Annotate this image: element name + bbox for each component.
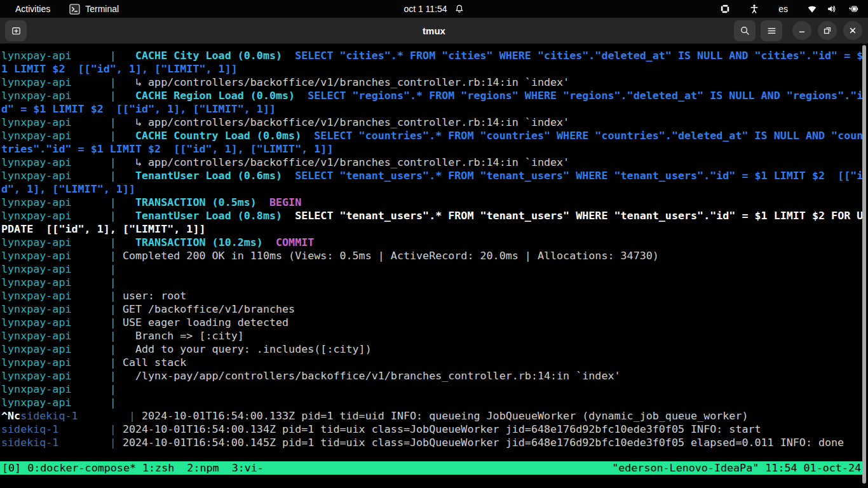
terminal-row: ^Ncsidekiq-1 | 2024-10-01T16:54:00.133Z … bbox=[1, 409, 863, 423]
restore-icon bbox=[822, 25, 832, 36]
terminal-row: d", 1], ["LIMIT", 1]] bbox=[1, 182, 863, 196]
wifi-icon[interactable] bbox=[807, 4, 817, 13]
close-icon bbox=[848, 25, 858, 36]
new-tab-icon bbox=[11, 25, 22, 36]
activities-button[interactable]: Activities bbox=[15, 4, 50, 14]
terminal-row: lynxpay-api | ↳ app/controllers/backoffi… bbox=[1, 116, 863, 129]
search-icon bbox=[740, 25, 750, 36]
terminal-output: lynxpay-api | CACHE City Load (0.0ms) SE… bbox=[1, 49, 863, 449]
terminal-app-icon bbox=[69, 4, 80, 15]
terminal-row: lynxpay-api | bbox=[1, 396, 863, 409]
new-tab-button[interactable] bbox=[5, 20, 27, 41]
terminal-row: lynxpay-api | TRANSACTION (0.5ms) BEGIN bbox=[1, 196, 863, 209]
terminal-row: lynxpay-api | Branch => [:city] bbox=[1, 329, 863, 342]
menu-button[interactable] bbox=[761, 20, 782, 41]
close-button[interactable] bbox=[843, 21, 862, 40]
terminal-row: lynxpay-api | TenantUser Load (0.8ms) SE… bbox=[1, 209, 863, 222]
terminal-row: lynxpay-api | CACHE City Load (0.0ms) SE… bbox=[1, 49, 863, 62]
terminal-row: lynxpay-api | GET /backoffice/v1/branche… bbox=[1, 302, 863, 316]
terminal-row: lynxpay-api | Call stack bbox=[1, 356, 863, 369]
terminal-row: lynxpay-api | TRANSACTION (10.2ms) COMMI… bbox=[1, 236, 863, 249]
battery-charging-icon[interactable] bbox=[846, 4, 859, 14]
terminal-row: sidekiq-1 | 2024-10-01T16:54:00.145Z pid… bbox=[1, 436, 863, 449]
app-menu-label: Terminal bbox=[85, 4, 119, 14]
terminal-row: lynxpay-api | USE eager loading detected bbox=[1, 316, 863, 329]
tmux-status-bar: [0] 0:docker-compose* 1:zsh 2:npm 3:vi- … bbox=[0, 461, 863, 475]
terminal-row: lynxpay-api | CACHE Country Load (0.0ms)… bbox=[1, 129, 863, 142]
terminal-row: lynxpay-api | bbox=[1, 383, 863, 396]
tmux-window-list: [0] 0:docker-compose* 1:zsh 2:npm 3:vi- bbox=[2, 461, 264, 475]
maximize-button[interactable] bbox=[818, 21, 837, 40]
hamburger-menu-icon bbox=[766, 25, 777, 36]
terminal-row: sidekiq-1 | 2024-10-01T16:54:00.134Z pid… bbox=[1, 423, 863, 436]
terminal-row: tries"."id" = $1 LIMIT $2 [["id", 1], ["… bbox=[1, 142, 863, 156]
bell-icon bbox=[455, 4, 465, 14]
terminal-row: lynxpay-api | TenantUser Load (0.6ms) SE… bbox=[1, 169, 863, 182]
minimize-icon bbox=[797, 25, 807, 36]
clock-label: oct 1 11:54 bbox=[403, 4, 447, 14]
gnome-top-bar: Activities Terminal oct 1 11:54 bbox=[0, 0, 868, 18]
terminal-row: lynxpay-api | Completed 200 OK in 110ms … bbox=[1, 249, 863, 262]
accessibility-icon[interactable] bbox=[749, 4, 759, 14]
search-button[interactable] bbox=[734, 20, 756, 41]
terminal-row: lynxpay-api | Add to your query: .includ… bbox=[1, 342, 863, 356]
window-titlebar: tmux bbox=[0, 18, 868, 44]
minimize-button[interactable] bbox=[792, 21, 811, 40]
terminal-row: d" = $1 LIMIT $2 [["id", 1], ["LIMIT", 1… bbox=[1, 102, 863, 116]
clock-menu[interactable]: oct 1 11:54 bbox=[403, 4, 464, 14]
terminal-scrollbar[interactable] bbox=[862, 45, 866, 484]
tmux-host-clock: "ederson-Lenovo-IdeaPa" 11:54 01-oct-24 bbox=[612, 461, 861, 475]
keyboard-layout-indicator[interactable]: es bbox=[778, 4, 788, 14]
terminal-row: 1 LIMIT $2 [["id", 1], ["LIMIT", 1]] bbox=[1, 62, 863, 76]
tiling-assistant-icon[interactable] bbox=[720, 4, 730, 14]
app-menu-terminal[interactable]: Terminal bbox=[69, 4, 119, 15]
terminal-row: lynxpay-api | bbox=[1, 262, 863, 276]
terminal-row: lynxpay-api | CACHE Region Load (0.0ms) … bbox=[1, 89, 863, 102]
terminal-row: lynxpay-api | bbox=[1, 276, 863, 289]
terminal-row: lynxpay-api | ↳ app/controllers/backoffi… bbox=[1, 156, 863, 169]
terminal-row: lynxpay-api | /lynx-pay/app/controllers/… bbox=[1, 369, 863, 383]
volume-icon[interactable] bbox=[826, 4, 837, 14]
terminal-row: lynxpay-api | user: root bbox=[1, 289, 863, 302]
terminal-row: PDATE [["id", 1], ["LIMIT", 1]] bbox=[1, 222, 863, 236]
terminal-row: lynxpay-api | ↳ app/controllers/backoffi… bbox=[1, 76, 863, 89]
terminal-viewport[interactable]: lynxpay-api | CACHE City Load (0.0ms) SE… bbox=[0, 44, 868, 488]
